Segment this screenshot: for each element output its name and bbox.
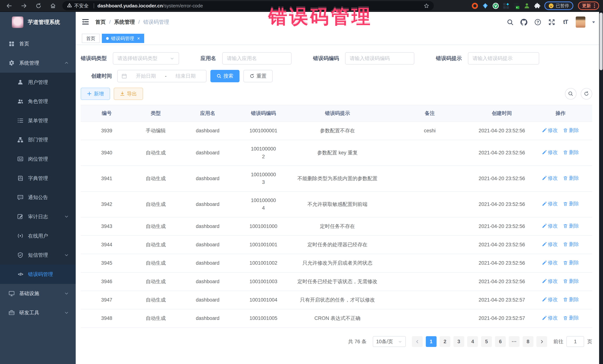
delete-button[interactable]: 删除 [563,278,579,285]
delete-button[interactable]: 删除 [563,314,579,321]
app-logo[interactable]: 芋道管理系统 [0,12,76,33]
user-avatar[interactable] [576,16,585,28]
tag-home[interactable]: 首页 [82,34,99,43]
warning-icon [67,3,72,9]
browser-back-icon[interactable] [5,2,13,10]
sidebar-item-post[interactable]: 岗位管理 [0,149,76,169]
tag-close-icon[interactable] [137,36,140,41]
bookmark-star-icon[interactable] [424,3,429,9]
page-button-6[interactable]: 6 [495,336,506,347]
browser-menu-kebab-icon[interactable] [594,3,595,8]
page-button-3[interactable]: 3 [453,336,464,347]
screen: 不安全 dashboard.yudao.iocoder.cn/system/er… [0,0,603,364]
chevron-down-icon[interactable] [592,20,595,24]
create-time-range-picker[interactable]: 开始日期 - 结束日期 [117,70,207,82]
paused-label: 已暂停 [556,3,569,9]
sidebar-item-role[interactable]: 角色管理 [0,92,76,111]
table-row: 3943自动生成dashboard1001001000定时任务不存在2021-0… [81,217,592,236]
table-row: 3942自动生成dashboard1001000004不允许获取敏感配置到前端2… [81,191,592,217]
edit-button[interactable]: 修改 [542,241,558,248]
paused-extension-badge[interactable]: 已暂停 [544,1,573,10]
page-button-5[interactable]: 5 [481,336,492,347]
sidebar-item-label: 短信管理 [28,252,48,258]
sidebar-item-audit-log[interactable]: 审计日志 [0,207,76,226]
delete-button[interactable]: 删除 [563,149,579,156]
edit-button[interactable]: 修改 [542,175,558,182]
breadcrumb-separator [109,19,111,25]
sidebar-item-dict[interactable]: 字典管理 [0,169,76,188]
col-time: 创建时间 [475,105,529,121]
address-bar[interactable]: 不安全 dashboard.yudao.iocoder.cn/system/er… [62,1,434,10]
search-button[interactable]: 搜索 [210,70,240,82]
edit-button[interactable]: 修改 [542,259,558,266]
github-icon[interactable] [520,18,527,26]
delete-button[interactable]: 删除 [563,241,579,248]
next-page-button[interactable] [536,336,547,347]
tag-error-code[interactable]: 错误码管理 [102,34,144,43]
page-button-2[interactable]: 2 [440,336,450,347]
extension-icon-green-circle[interactable] [492,3,499,9]
edit-button[interactable]: 修改 [542,127,558,134]
delete-button[interactable]: 删除 [563,259,579,266]
sidebar-item-menu[interactable]: 菜单管理 [0,111,76,130]
toggle-search-button[interactable] [565,88,577,99]
extensions-puzzle-icon[interactable] [534,3,541,9]
sidebar-item-notice[interactable]: 通知公告 [0,188,76,207]
page-button-1[interactable]: 1 [426,336,437,347]
scrollbar-thumb[interactable] [600,13,603,70]
sidebar-item-system[interactable]: 系统管理 [0,53,76,73]
extension-icon-orange-ring[interactable] [472,3,478,9]
delete-button[interactable]: 删除 [563,175,579,182]
error-msg-input[interactable] [468,52,539,65]
refresh-table-button[interactable] [581,88,592,99]
edit-button[interactable]: 修改 [542,149,558,156]
collapse-sidebar-icon[interactable] [82,18,89,26]
error-code-input[interactable] [345,52,414,65]
delete-button[interactable]: 删除 [563,222,579,230]
fullscreen-icon[interactable] [548,18,555,26]
edit-button[interactable]: 修改 [542,314,558,321]
sidebar-item-error-code[interactable]: </>错误码管理 [0,265,76,284]
goto-page-input[interactable] [567,336,584,347]
extension-icon-list-on-badge[interactable] [513,3,520,9]
edit-button[interactable]: 修改 [542,278,558,285]
export-button[interactable]: 导出 [114,88,143,100]
edit-button[interactable]: 修改 [542,222,558,230]
sidebar-item-dept[interactable]: 部门管理 [0,130,76,150]
sidebar-item-user[interactable]: 用户管理 [0,73,76,92]
sidebar-item-sms[interactable]: 短信管理 [0,245,76,265]
add-button[interactable]: 新增 [81,88,110,100]
table-row: 3939手动编辑dashboard1001000001参数配置不存在ceshi2… [81,121,592,140]
search-icon[interactable] [507,18,514,26]
extension-icon-blue-gem[interactable] [482,3,488,9]
delete-button[interactable]: 删除 [563,296,579,303]
sidebar-item-home[interactable]: 首页 [0,34,76,53]
delete-button[interactable]: 删除 [563,200,579,207]
prev-page-button[interactable] [412,336,423,347]
page-button-8[interactable]: 8 [523,336,533,347]
page-button-4[interactable]: 4 [467,336,478,347]
sidebar-item-devtools[interactable]: 研发工具 [0,303,76,322]
font-size-icon[interactable]: tT [562,18,569,26]
error-type-select[interactable]: 请选择错误码类型 [113,52,179,65]
table-row: 3945自动生成dashboard1001001002只允许修改为开启或者关闭状… [81,254,592,272]
scrollbar[interactable] [599,12,603,364]
app-name-input[interactable] [222,52,291,65]
delete-button[interactable]: 删除 [563,127,579,134]
extension-icon-tile-grid[interactable] [503,3,509,9]
breadcrumb-home[interactable]: 首页 [95,19,106,26]
extension-icon-green-person[interactable] [524,3,530,9]
breadcrumb-system[interactable]: 系统管理 [114,19,135,26]
browser-update-button[interactable]: 更新 [578,1,599,10]
reset-button[interactable]: 重置 [244,70,273,82]
edit-button[interactable]: 修改 [542,200,558,207]
browser-forward-icon[interactable] [20,2,28,10]
help-icon[interactable]: ? [534,18,541,26]
sidebar-item-online-user[interactable]: 在线用户 [0,226,76,246]
more-pages-button[interactable]: ··· [509,336,520,347]
browser-home-icon[interactable] [49,2,57,10]
browser-reload-icon[interactable] [35,2,42,10]
edit-button[interactable]: 修改 [542,296,558,303]
sidebar-item-infra[interactable]: 基础设施 [0,284,76,303]
page-size-select[interactable]: 10条/页 [373,336,406,347]
